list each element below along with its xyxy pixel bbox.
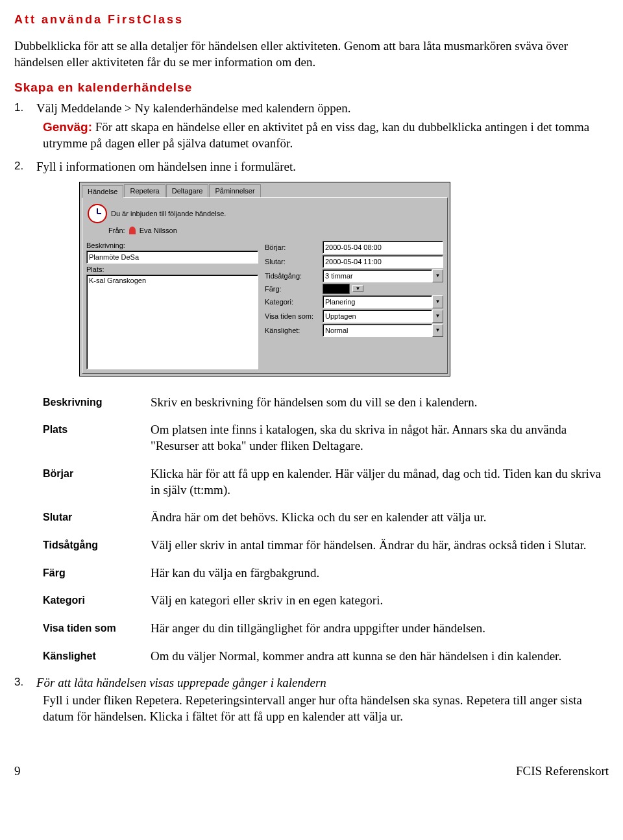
def-beskrivning: Skriv en beskrivning för händelsen som d… (151, 395, 609, 411)
slutar-label: Slutar: (265, 258, 320, 266)
footer-reference: FCIS Referenskort (516, 764, 609, 778)
kanslighet-input[interactable]: Normal (323, 324, 432, 337)
term-borjar: Börjar (43, 466, 139, 498)
dropdown-icon[interactable]: ▼ (432, 324, 443, 337)
step-2-text: Fyll i informationen om händelsen inne i… (36, 160, 296, 174)
dropdown-icon[interactable]: ▼ (352, 285, 363, 292)
section-title: Skapa en kalenderhändelse (14, 80, 609, 95)
from-value: Eva Nilsson (140, 227, 177, 234)
step-2-number: 2. (14, 160, 27, 174)
term-beskrivning: Beskrivning (43, 395, 139, 411)
borjar-label: Börjar: (265, 243, 320, 251)
dialog-tabs: Händelse Repetera Deltagare Påminnelser (80, 182, 450, 197)
step-1: 1. Välj Meddelande > Ny kalenderhändelse… (14, 101, 609, 116)
step-3-number: 3. (14, 676, 27, 690)
dropdown-icon[interactable]: ▼ (432, 310, 443, 323)
step-1-text: Välj Meddelande > Ny kalenderhändelse me… (36, 101, 350, 116)
person-icon (129, 227, 136, 234)
intro-paragraph: Dubbelklicka för att se alla detaljer fö… (14, 38, 609, 70)
tab-repetera[interactable]: Repetera (124, 184, 165, 197)
tidsatgang-input[interactable]: 3 timmar (323, 269, 432, 282)
borjar-input[interactable]: 2000-05-04 08:00 (323, 241, 443, 254)
dialog-pane: Du är inbjuden till följande händelse. F… (82, 197, 448, 374)
tab-paminnelser[interactable]: Påminnelser (209, 184, 260, 197)
kategori-label: Kategori: (265, 298, 320, 306)
term-farg: Färg (43, 565, 139, 582)
term-kanslighet: Känslighet (43, 649, 139, 665)
term-kategori: Kategori (43, 593, 139, 609)
tab-deltagare[interactable]: Deltagare (166, 184, 209, 197)
step-3: 3. För att låta händelsen visas upprepad… (14, 676, 609, 690)
tidsatgang-label: Tidsåtgång: (265, 272, 320, 280)
def-visa-tiden: Här anger du din tillgänglighet för andr… (151, 621, 609, 637)
shortcut-label: Genväg: (43, 120, 92, 134)
tab-handelse[interactable]: Händelse (82, 185, 123, 198)
from-label: Från: (108, 227, 125, 234)
def-farg: Här kan du välja en färgbakgrund. (151, 565, 609, 582)
page-number: 9 (14, 764, 21, 778)
step-3-text: Fyll i under fliken Repetera. Repetering… (43, 693, 609, 724)
farg-label: Färg: (265, 285, 320, 293)
term-visa-tiden: Visa tiden som (43, 621, 139, 637)
shortcut-text: För att skapa en händelse eller en aktiv… (43, 120, 589, 150)
page-header-title: Att använda FirstClass (14, 13, 609, 27)
invite-text: Du är inbjuden till följande händelse. (111, 210, 226, 217)
visa-tiden-label: Visa tiden som: (265, 312, 320, 320)
step-3-italic: För att låta händelsen visas upprepade g… (36, 676, 326, 690)
visa-tiden-input[interactable]: Upptagen (323, 310, 432, 323)
plats-label: Plats: (86, 266, 258, 273)
term-tidsatgang: Tidsåtgång (43, 537, 139, 554)
kanslighet-label: Känslighet: (265, 327, 320, 334)
slutar-input[interactable]: 2000-05-04 11:00 (323, 255, 443, 268)
def-slutar: Ändra här om det behövs. Klicka och du s… (151, 510, 609, 526)
page-footer: 9 FCIS Referenskort (14, 764, 609, 778)
dropdown-icon[interactable]: ▼ (432, 269, 443, 282)
beskrivning-label: Beskrivning: (86, 241, 258, 249)
term-plats: Plats (43, 422, 139, 454)
shortcut-note: Genväg: För att skapa en händelse eller … (43, 119, 609, 151)
event-dialog: Händelse Repetera Deltagare Påminnelser … (79, 182, 450, 377)
term-slutar: Slutar (43, 510, 139, 526)
beskrivning-input[interactable]: Planmöte DeSa (86, 251, 258, 264)
kategori-input[interactable]: Planering (323, 295, 432, 308)
clock-icon (88, 204, 107, 223)
def-tidsatgang: Välj eller skriv in antal timmar för hän… (151, 537, 609, 554)
step-1-number: 1. (14, 101, 27, 116)
def-kategori: Välj en kategori eller skriv in en egen … (151, 593, 609, 609)
plats-input[interactable]: K-sal Granskogen (86, 275, 258, 369)
def-borjar: Klicka här för att få upp en kalender. H… (151, 466, 609, 498)
def-kanslighet: Om du väljer Normal, kommer andra att ku… (151, 649, 609, 665)
farg-swatch[interactable] (323, 284, 350, 294)
dropdown-icon[interactable]: ▼ (432, 295, 443, 308)
field-descriptions: BeskrivningSkriv en beskrivning för händ… (43, 395, 609, 665)
def-plats: Om platsen inte finns i katalogen, ska d… (151, 422, 609, 454)
step-2: 2. Fyll i informationen om händelsen inn… (14, 160, 609, 174)
